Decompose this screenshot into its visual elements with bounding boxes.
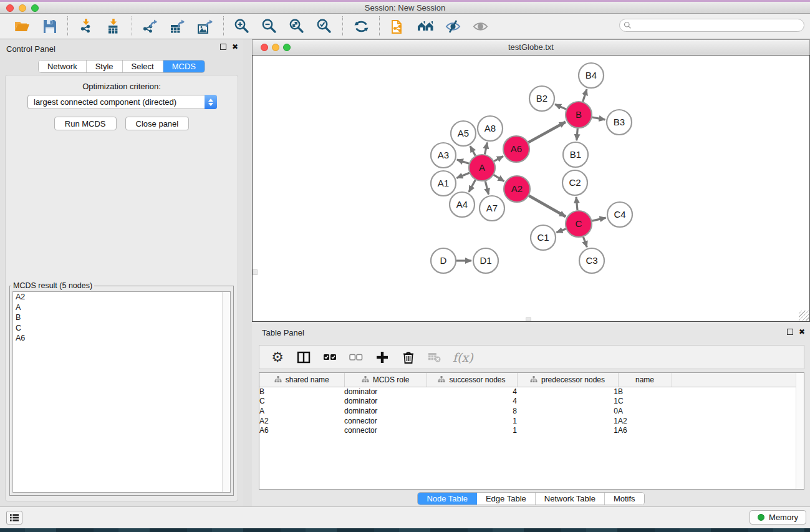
node-C1[interactable]: C1 [531,225,556,250]
edge-B-B2[interactable] [555,104,566,109]
node-C2[interactable]: C2 [562,170,587,195]
cell-successor-nodes[interactable]: 1 [427,425,517,435]
cell-shared-name[interactable]: C [259,397,344,407]
export-network-icon[interactable] [141,17,160,36]
cell-successor-nodes[interactable]: 4 [427,387,517,397]
result-scrollbar[interactable] [222,292,230,492]
window-titlebar[interactable]: Session: New Session [0,0,810,14]
float-panel-icon[interactable] [220,44,226,50]
edge-C-C3[interactable] [583,237,587,248]
cell-name[interactable]: A [618,406,672,416]
column-header-predecessor-nodes[interactable]: predecessor nodes [517,373,618,387]
edge-A-A6[interactable] [494,156,503,161]
cell-predecessor-nodes[interactable]: 1 [517,425,618,435]
edge-C-C2[interactable] [576,197,577,210]
edge-A-A4[interactable] [469,180,476,191]
node-B3[interactable]: B3 [607,110,632,135]
table-row[interactable]: Bdominator41B [259,387,804,397]
cell-shared-name[interactable]: A [259,406,344,416]
tab-network-table[interactable]: Network Table [536,493,605,505]
cell-MCDS-role[interactable]: dominator [344,387,427,397]
tab-style[interactable]: Style [87,60,123,72]
node-A8[interactable]: A8 [478,116,503,141]
mcds-result-list[interactable]: A2ABCA6 [12,291,231,493]
new-network-icon[interactable] [388,17,407,36]
table-row[interactable]: Adominator80A [259,406,804,416]
node-A4[interactable]: A4 [450,192,475,217]
cell-shared-name[interactable]: A6 [259,425,344,435]
delete-icon[interactable] [400,349,417,365]
close-panel-icon[interactable]: ✖ [232,44,238,50]
cell-name[interactable]: A2 [618,416,672,426]
node-C4[interactable]: C4 [607,202,632,227]
node-A[interactable]: A [469,155,495,181]
table-float-panel-icon[interactable] [787,329,793,335]
node-A6[interactable]: A6 [503,136,529,162]
cell-name[interactable]: C [618,397,672,407]
memory-button[interactable]: Memory [750,510,806,525]
tab-motifs[interactable]: Motifs [605,493,644,505]
edge-B-B3[interactable] [592,117,605,120]
edge-A-A7[interactable] [485,181,488,194]
column-header-successor-nodes[interactable]: successor nodes [427,373,517,387]
node-C3[interactable]: C3 [579,248,604,273]
edge-A6-B[interactable] [528,122,566,143]
edge-A-A2[interactable] [494,175,504,181]
home-icon[interactable] [416,17,435,36]
edge-B-B1[interactable] [577,128,577,140]
node-B1[interactable]: B1 [563,142,588,167]
column-header-name[interactable]: name [618,373,672,387]
refresh-icon[interactable] [352,17,370,36]
cell-successor-nodes[interactable]: 8 [427,406,517,416]
left-splitter-handle[interactable] [253,269,258,275]
import-table-icon[interactable] [104,17,123,36]
table-close-panel-icon[interactable]: ✖ [799,329,805,335]
cell-MCDS-role[interactable]: connector [344,425,427,435]
run-mcds-button[interactable]: Run MCDS [54,117,117,130]
resize-grip[interactable] [799,311,809,321]
tab-edge-table[interactable]: Edge Table [477,493,536,505]
zoom-out-icon[interactable] [260,17,279,36]
node-A2[interactable]: A2 [504,176,530,202]
column-icon[interactable] [296,349,312,365]
edge-C-C1[interactable] [556,229,566,233]
panel-splitter[interactable] [243,39,252,506]
select-all-icon[interactable] [322,349,338,365]
cell-MCDS-role[interactable]: connector [344,416,427,426]
column-header-MCDS-role[interactable]: MCDS role [344,373,427,387]
cell-shared-name[interactable]: B [259,387,344,397]
tab-select[interactable]: Select [123,60,163,72]
node-B[interactable]: B [566,102,592,128]
column-header-shared-name[interactable]: shared name [259,373,344,387]
search-box[interactable] [619,19,804,32]
export-table-icon[interactable] [168,17,187,36]
bottom-splitter-handle[interactable] [526,317,531,321]
tab-mcds[interactable]: MCDS [163,60,205,72]
cell-predecessor-nodes[interactable]: 1 [517,416,618,426]
tab-network[interactable]: Network [39,60,87,72]
node-A5[interactable]: A5 [451,121,476,146]
add-icon[interactable] [374,349,390,365]
open-file-icon[interactable] [12,17,31,36]
task-history-button[interactable] [6,511,22,525]
table-row[interactable]: Cdominator41C [259,397,804,407]
zoom-selected-icon[interactable] [315,17,334,36]
cell-name[interactable]: B [618,387,672,397]
unselect-all-icon[interactable] [348,349,364,365]
node-A3[interactable]: A3 [431,143,456,168]
cell-predecessor-nodes[interactable]: 1 [517,397,618,407]
criterion-dropdown[interactable]: largest connected component (directed) [27,95,217,109]
cell-MCDS-role[interactable]: dominator [344,406,427,416]
node-B2[interactable]: B2 [529,86,554,111]
edge-A-A5[interactable] [470,146,475,155]
table-row[interactable]: A2connector11A2 [259,416,804,426]
zoom-in-icon[interactable] [233,17,251,36]
search-input[interactable] [632,21,804,30]
node-C[interactable]: C [566,211,592,237]
edge-A-A1[interactable] [456,173,469,178]
edge-C-C4[interactable] [592,218,605,221]
node-A7[interactable]: A7 [480,196,504,221]
node-D[interactable]: D [431,248,456,273]
show-graphics-icon[interactable] [471,17,489,36]
node-A1[interactable]: A1 [431,171,456,196]
